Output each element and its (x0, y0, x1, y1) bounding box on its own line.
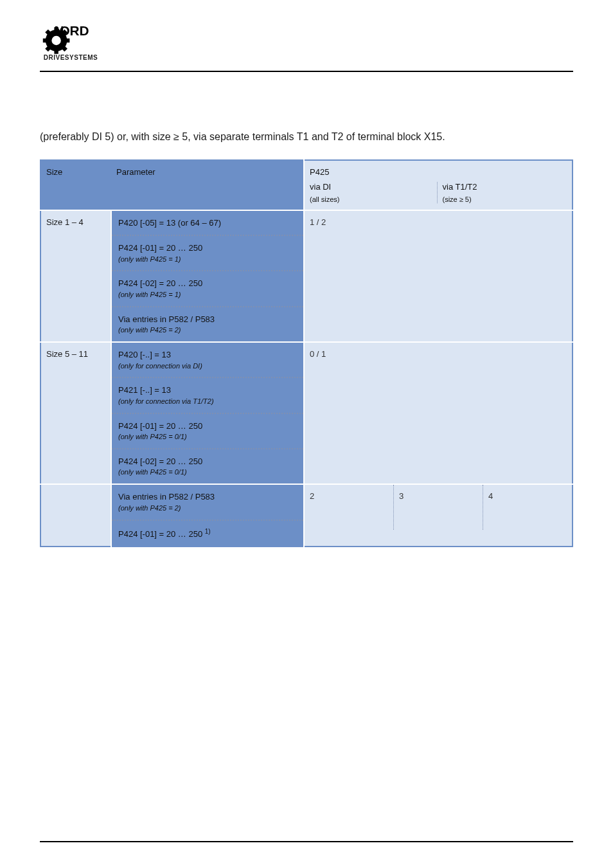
cell-size: Size 5 – 11 (40, 342, 111, 484)
table-row: Size 5 – 11 P420 [-..] = 13 (only for co… (40, 342, 573, 484)
nord-logo-icon: ORD N (40, 19, 102, 57)
cell-params: Via entries in P582 / P583 (only with P4… (111, 484, 304, 547)
th-via-di: via DI (all sizes) (310, 182, 438, 203)
footer-rule (40, 841, 573, 842)
cell-value-split: 2 3 4 (304, 484, 573, 547)
brand-logo-sub: DRIVESYSTEMS (44, 54, 98, 61)
cell-value: 0 / 1 (304, 342, 573, 484)
svg-rect-4 (43, 39, 47, 42)
th-parameter: Parameter (111, 160, 304, 210)
th-p425-group: P425 via DI (all sizes) via T1/T2 (size … (304, 160, 573, 210)
cell-value: 1 / 2 (304, 210, 573, 342)
table-row: Size 1 – 4 P420 [-05] = 13 (or 64 – 67) … (40, 210, 573, 342)
table-row: Via entries in P582 / P583 (only with P4… (40, 484, 573, 547)
svg-rect-3 (54, 50, 58, 53)
th-via-t: via T1/T2 (size ≥ 5) (438, 182, 567, 203)
cell-value: 3 (393, 485, 483, 530)
intro-paragraph: (preferably DI 5) or, with size ≥ 5, via… (40, 130, 573, 144)
table-header-row: Size Parameter P425 via DI (all sizes) v… (40, 160, 573, 210)
th-size: Size (40, 160, 111, 210)
cell-size (40, 484, 111, 547)
parameter-table: Size Parameter P425 via DI (all sizes) v… (40, 159, 573, 548)
cell-params: P420 [-05] = 13 (or 64 – 67) P424 [-01] … (111, 210, 304, 342)
cell-value: 2 (305, 485, 393, 530)
svg-rect-5 (66, 39, 69, 42)
page-header: ORD N DRIVESYSTEMS (40, 19, 573, 72)
svg-text:N: N (54, 23, 64, 38)
cell-size: Size 1 – 4 (40, 210, 111, 342)
cell-params: P420 [-..] = 13 (only for connection via… (111, 342, 304, 484)
cell-value: 4 (483, 485, 572, 530)
brand-logo: ORD N DRIVESYSTEMS (40, 19, 102, 67)
